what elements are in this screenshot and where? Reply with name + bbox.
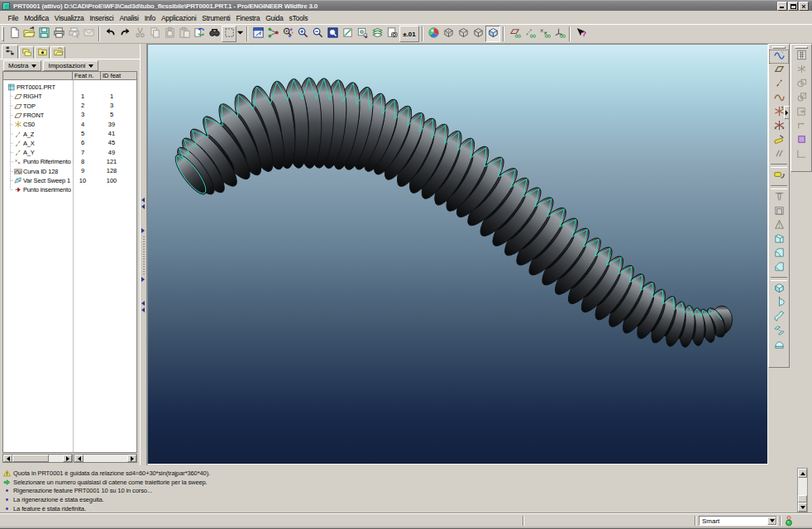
tree-row[interactable]: A_Z <box>12 130 73 139</box>
scroll-down-icon[interactable] <box>798 503 807 512</box>
scrollbar-thumb[interactable] <box>798 495 807 503</box>
tree-row[interactable]: RIGHT <box>12 92 73 101</box>
menu-file[interactable]: File <box>5 13 21 23</box>
paste-special-button[interactable] <box>177 26 192 42</box>
feat-number-column-header[interactable]: Feat n. <box>73 72 101 79</box>
menu-modifica[interactable]: Modifica <box>21 13 52 23</box>
scroll-right-icon[interactable] <box>63 455 72 462</box>
folder-browser-tab[interactable] <box>19 46 34 59</box>
round-tool-button[interactable] <box>769 247 789 261</box>
shrinkwrap-button[interactable] <box>791 134 811 148</box>
navigator-sash[interactable] <box>140 44 147 465</box>
datum-plane-toggle-button[interactable] <box>507 26 522 42</box>
decimal-places-button-button[interactable]: ±.01 <box>399 26 419 42</box>
analysis-measure-button[interactable] <box>769 134 789 148</box>
zoom-window-button[interactable] <box>325 26 340 42</box>
hole-pattern-button[interactable] <box>791 78 811 92</box>
sash-expand-icon[interactable] <box>141 228 145 233</box>
redo-button[interactable] <box>117 26 132 42</box>
sketch-tool-button[interactable] <box>769 50 789 64</box>
references-button[interactable] <box>769 148 789 162</box>
toolbar-grip[interactable] <box>2 26 4 41</box>
scrollbar-thumb[interactable] <box>12 455 49 462</box>
datum-axis-toggle-button[interactable] <box>522 26 537 42</box>
spin-center-button[interactable] <box>280 26 295 42</box>
shaded-button[interactable] <box>485 26 500 42</box>
extrude-tool-button[interactable] <box>769 283 789 297</box>
graphics-viewport[interactable] <box>147 44 768 465</box>
minimize-button[interactable] <box>777 2 787 11</box>
tree-row[interactable]: A_X <box>12 139 73 148</box>
new-file-button[interactable] <box>7 26 21 42</box>
shell-tool-button[interactable] <box>769 205 789 219</box>
selection-filter-combo[interactable]: Smart <box>699 516 777 526</box>
csys-tool-button[interactable] <box>769 120 789 134</box>
send-button[interactable] <box>81 26 96 42</box>
sash-expand-icon[interactable] <box>141 277 145 282</box>
connections-tab[interactable] <box>50 46 65 59</box>
scroll-right-icon[interactable] <box>127 455 136 462</box>
tree-row[interactable]: A_Y <box>12 148 73 157</box>
datum-point-tool-button[interactable] <box>769 106 789 120</box>
zoom-in-button[interactable] <box>295 26 310 42</box>
show-button[interactable]: Mostra <box>3 60 41 71</box>
tree-row[interactable]: TOP <box>12 102 73 111</box>
dome-tool-button[interactable] <box>769 339 789 353</box>
undo-button[interactable] <box>103 26 117 42</box>
datum-axis-tool-button[interactable] <box>769 78 789 92</box>
maximize-button[interactable] <box>788 2 798 11</box>
reorient-button[interactable] <box>355 26 370 42</box>
scroll-left-icon[interactable] <box>3 455 12 462</box>
sash-collapse-icon[interactable] <box>141 307 145 312</box>
id-feat-column-header[interactable]: ID feat <box>101 72 136 79</box>
model-tree[interactable]: PRT0001.PRTRIGHT11TOP23FRONT35CS0439A_Z5… <box>2 80 137 453</box>
render-style-button[interactable] <box>426 26 441 42</box>
connect-points-button[interactable] <box>265 26 280 42</box>
datum-plane-tool-button[interactable] <box>769 64 789 78</box>
saved-views-button[interactable] <box>385 26 399 42</box>
tree-row[interactable]: Punto inserimento <box>12 185 73 194</box>
layers-button[interactable] <box>370 26 385 42</box>
favorites-tab[interactable] <box>35 46 50 59</box>
context-help-button[interactable]: ? <box>573 26 588 42</box>
boundary-box-button[interactable] <box>791 148 811 162</box>
menu-strumenti[interactable]: Strumenti <box>199 13 233 23</box>
blend-tool-button[interactable] <box>769 325 789 339</box>
hole-pattern-2-button[interactable] <box>791 92 811 106</box>
chamfer-tool-button[interactable] <box>769 261 789 275</box>
new-window-button[interactable] <box>251 26 265 42</box>
copy-button[interactable] <box>147 26 162 42</box>
sash-collapse-icon[interactable] <box>141 301 145 306</box>
paste-button[interactable] <box>162 26 177 42</box>
menu-visualizza[interactable]: Visualizza <box>51 13 87 23</box>
sweep-tool-button[interactable] <box>769 311 789 325</box>
copy-geometry-button[interactable] <box>791 120 811 134</box>
rib-tool-button[interactable] <box>769 233 789 247</box>
sash-collapse-icon[interactable] <box>141 204 145 209</box>
refit-button[interactable] <box>340 26 355 42</box>
no-hidden-button[interactable] <box>470 26 485 42</box>
columns-hscrollbar[interactable] <box>74 454 137 463</box>
style-tool-button[interactable] <box>769 169 789 183</box>
print-preview-button[interactable] <box>66 26 81 42</box>
wireframe-button[interactable] <box>441 26 456 42</box>
tree-column-divider[interactable] <box>73 80 74 452</box>
cut-button[interactable] <box>132 26 147 42</box>
menu-guida[interactable]: Guida <box>263 13 286 23</box>
scroll-up-icon[interactable] <box>798 469 807 478</box>
tree-row[interactable]: Var Sect Sweep 1 <box>12 176 73 185</box>
curve-tool-button[interactable] <box>769 92 789 106</box>
tree-row[interactable]: Punto Riferimento ID <box>12 157 73 166</box>
model-points-button[interactable] <box>791 64 811 78</box>
zoom-out-button[interactable] <box>310 26 325 42</box>
find-button[interactable] <box>207 26 222 42</box>
model-tree-tab[interactable] <box>2 45 18 59</box>
regenerate-button[interactable] <box>192 26 207 42</box>
close-button[interactable]: × <box>799 2 809 11</box>
menu-stools[interactable]: sTools <box>286 13 311 23</box>
draft-tool-button[interactable] <box>769 219 789 233</box>
publish-geometry-button[interactable] <box>791 106 811 120</box>
select-flyout-button[interactable] <box>236 26 244 42</box>
tree-row[interactable]: Curva ID 128 <box>12 167 73 176</box>
print-button[interactable] <box>51 26 66 42</box>
